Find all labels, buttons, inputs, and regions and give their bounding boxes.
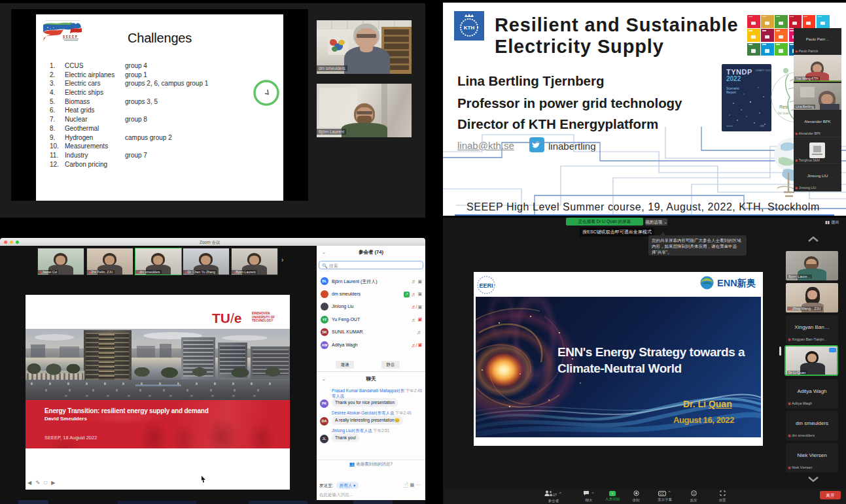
svg-text:SEEEP: SEEEP (63, 35, 78, 39)
svg-text:EERI: EERI (479, 282, 493, 289)
svg-text:Resi: Resi (779, 105, 788, 109)
svg-text:for sust: for sust (778, 111, 789, 115)
svg-text:KTH: KTH (464, 25, 475, 31)
